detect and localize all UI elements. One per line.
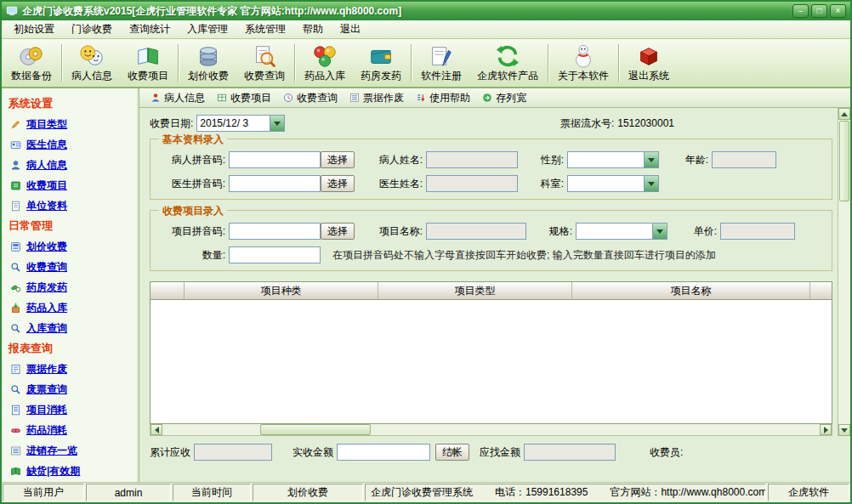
sidebar-item-void-query[interactable]: 废票查询 (9, 379, 139, 399)
col-item-category[interactable]: 项目种类 (185, 282, 378, 299)
fee-book-icon (10, 180, 21, 191)
backup-icon (19, 43, 44, 69)
gender-select[interactable] (567, 151, 659, 168)
toolbar-charge-query[interactable]: 收费查询 (236, 40, 293, 86)
subtool-patient-info[interactable]: 病人信息 (145, 88, 211, 108)
table-body[interactable] (151, 300, 832, 423)
menu-item-help[interactable]: 帮助 (294, 20, 332, 39)
spec-select[interactable] (576, 223, 667, 240)
menu-item-exit[interactable]: 退出 (332, 20, 369, 39)
minimize-button[interactable]: － (792, 4, 809, 18)
doctor-name-input[interactable] (426, 175, 518, 192)
cashier-label: 收费员: (650, 445, 683, 460)
capsule-icon (10, 425, 21, 436)
maximize-button[interactable]: □ (811, 4, 827, 18)
patient-info-icon (79, 43, 105, 69)
vertical-scrollbar[interactable] (838, 108, 850, 436)
settle-button[interactable]: 结帐 (435, 444, 469, 461)
dept-select[interactable] (567, 175, 659, 192)
menu-bar: 初始设置 门诊收费 查询统计 入库管理 系统管理 帮助 退出 (2, 20, 850, 39)
sidebar-item-project-type[interactable]: 项目类型 (9, 114, 139, 134)
sidebar-item-inventory-overview[interactable]: 进销存一览 (9, 440, 139, 461)
charge-item-icon (135, 43, 161, 69)
doctor-pinyin-label: 医生拼音码: (157, 177, 225, 191)
charge-date-select[interactable]: 2015/12/ 3 (196, 115, 285, 132)
sidebar-item-drug-inbound[interactable]: 药品入库 (9, 297, 139, 318)
doctor-card-icon (10, 139, 21, 150)
chevron-down-icon[interactable] (644, 176, 658, 191)
toolbar-patient-info[interactable]: 病人信息 (64, 40, 120, 86)
toolbar-pricing-charge[interactable]: 划价收费 (180, 40, 236, 86)
paid-amount-label: 实收金额 (293, 445, 333, 460)
search-icon (10, 262, 21, 273)
col-item-type[interactable]: 项目类型 (378, 282, 572, 299)
chevron-down-icon[interactable] (270, 116, 284, 131)
menu-item-initial-settings[interactable]: 初始设置 (5, 20, 63, 39)
sidebar-item-drug-consumption[interactable]: 药品消耗 (9, 420, 139, 440)
patient-pinyin-input[interactable] (229, 151, 321, 168)
age-input[interactable] (712, 151, 776, 168)
chevron-down-icon[interactable] (644, 152, 658, 167)
status-info: 企虎门诊收费管理系统 电话：15991618395 官方网站：http://ww… (365, 484, 766, 501)
subtool-save-column-width[interactable]: 存列宽 (476, 88, 532, 108)
scroll-down-button[interactable] (838, 424, 850, 436)
change-due-label: 应找金额 (480, 445, 520, 460)
item-select-button[interactable]: 选择 (321, 223, 355, 240)
menu-item-query-stats[interactable]: 查询统计 (121, 20, 179, 39)
sidebar-item-doctor-info[interactable]: 医生信息 (9, 134, 139, 155)
toolbar-dispense[interactable]: 药房发药 (353, 40, 409, 86)
paid-amount-input[interactable] (337, 444, 430, 461)
toolbar-drug-inbound[interactable]: 药品入库 (297, 40, 353, 86)
scroll-right-button[interactable] (820, 424, 832, 435)
status-bar: 当前用户 admin 当前时间 划价收费 企虎门诊收费管理系统 电话：15991… (2, 482, 850, 502)
doctor-select-button[interactable]: 选择 (321, 175, 355, 192)
sidebar-item-shortage-expiry[interactable]: 缺货|有效期 (9, 461, 139, 481)
subtool-charge-items[interactable]: 收费项目 (211, 88, 277, 108)
scroll-left-button[interactable] (151, 424, 162, 435)
patient-name-input[interactable] (426, 151, 518, 168)
toolbar-backup[interactable]: 数据备份 (3, 40, 60, 86)
patient-select-button[interactable]: 选择 (321, 151, 355, 168)
close-button[interactable]: × (830, 4, 846, 18)
toolbar-about[interactable]: 关于本软件 (550, 40, 616, 86)
sidebar-item-patient-info[interactable]: 病人信息 (9, 155, 139, 175)
item-pinyin-input[interactable] (229, 223, 321, 240)
sidebar-item-pricing-charge[interactable]: 划价收费 (9, 236, 139, 257)
pricing-icon (196, 43, 221, 69)
toolbar-products[interactable]: 企虎软件产品 (469, 40, 546, 86)
toolbar-software-register[interactable]: 软件注册 (413, 40, 469, 86)
qty-input[interactable] (229, 246, 321, 263)
menu-item-outpatient-charge[interactable]: 门诊收费 (63, 20, 121, 39)
subtool-help[interactable]: 使用帮助 (410, 88, 476, 108)
price-input[interactable] (720, 223, 795, 240)
sidebar-item-charge-query[interactable]: 收费查询 (9, 257, 139, 277)
dispense-icon (368, 43, 394, 69)
menu-item-inbound-mgmt[interactable]: 入库管理 (179, 20, 236, 39)
subtool-charge-query[interactable]: 收费查询 (277, 88, 344, 108)
sidebar-item-charge-items[interactable]: 收费项目 (9, 175, 139, 195)
menu-item-system-mgmt[interactable]: 系统管理 (236, 20, 294, 39)
horizontal-scrollbar[interactable] (150, 424, 832, 436)
chevron-down-icon[interactable] (652, 224, 667, 239)
toolbar-exit[interactable]: 退出系统 (621, 40, 677, 86)
status-brand: 企虎软件 (768, 484, 849, 501)
scroll-up-button[interactable] (838, 108, 850, 120)
horizontal-scroll-thumb[interactable] (260, 424, 371, 435)
app-icon (6, 5, 18, 17)
sidebar-item-inbound-query[interactable]: 入库查询 (9, 318, 139, 338)
sidebar-item-invoice-void[interactable]: 票据作废 (9, 359, 139, 379)
subtool-invoice-void[interactable]: 票据作废 (344, 88, 410, 108)
toolbar-separator (61, 44, 62, 82)
doctor-pinyin-input[interactable] (229, 175, 321, 192)
sidebar-item-dispense[interactable]: 药房发药 (9, 277, 139, 297)
charge-item-group-title: 收费项目录入 (159, 204, 227, 218)
toolbar-charge-items[interactable]: 收费项目 (120, 40, 176, 86)
totals-row: 累计应收 实收金额 结帐 应找金额 收费员: (139, 436, 850, 461)
col-item-name[interactable]: 项目名称 (572, 282, 810, 299)
item-name-input[interactable] (426, 223, 526, 240)
sidebar-item-item-consumption[interactable]: 项目消耗 (9, 399, 139, 420)
sidebar-item-unit-info[interactable]: 单位资料 (9, 195, 139, 216)
main-panel: 病人信息 收费项目 收费查询 票据作废 使用帮助 (139, 88, 850, 482)
vertical-scroll-thumb[interactable] (839, 121, 849, 201)
status-phone: 电话：15991618395 (495, 485, 588, 500)
